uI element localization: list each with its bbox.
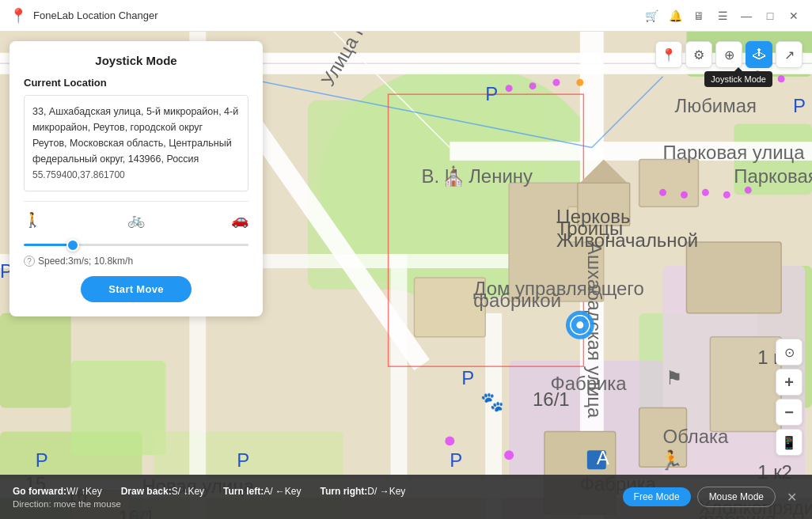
svg-text:Живоначальной: Живоначальной xyxy=(556,229,698,251)
start-move-button[interactable]: Start Move xyxy=(81,276,192,302)
location-pin-tool[interactable]: 📍 xyxy=(655,41,682,68)
svg-point-82 xyxy=(576,321,583,328)
svg-text:P: P xyxy=(450,449,462,471)
speed-label-row: ? Speed:3m/s; 10.8km/h xyxy=(24,256,249,267)
svg-text:16/1: 16/1 xyxy=(533,388,570,410)
svg-point-96 xyxy=(504,450,514,460)
bottom-bar: Go forward:W/ ↑Key Draw back:S/ ↓Key Tur… xyxy=(0,475,812,519)
app-title: FoneLab Location Changer xyxy=(33,9,643,21)
svg-text:P: P xyxy=(36,449,48,471)
car-icon: 🚗 xyxy=(231,211,249,229)
svg-point-92 xyxy=(702,189,709,196)
locate-button[interactable]: ⊙ xyxy=(776,339,803,366)
maximize-icon[interactable]: □ xyxy=(761,7,779,25)
menu-icon[interactable]: ☰ xyxy=(714,7,731,25)
svg-text:фабрикой: фабрикой xyxy=(473,290,561,311)
svg-text:⛪: ⛪ xyxy=(442,165,465,188)
walk-icon: 🚶 xyxy=(24,211,41,229)
svg-rect-34 xyxy=(686,242,781,313)
minimize-icon[interactable]: — xyxy=(738,7,755,25)
address-text: 33, Ашхабадская улица, 5-й микрорайон, 4… xyxy=(32,106,238,165)
right-key-hint: Turn right:D/ →Key xyxy=(321,486,406,497)
svg-point-85 xyxy=(552,79,560,86)
svg-text:P: P xyxy=(793,95,806,116)
close-bottom-icon[interactable]: ✕ xyxy=(784,489,799,505)
tooltip-text: Joystick Mode xyxy=(711,74,766,84)
svg-text:Любимая: Любимая xyxy=(675,95,757,116)
svg-text:🐾: 🐾 xyxy=(480,390,504,413)
coords-text: 55.759400,37.861700 xyxy=(32,169,125,180)
location-label: Current Location xyxy=(24,77,249,89)
back-key-hint: Draw back:S/ ↓Key xyxy=(121,486,204,497)
speed-help-icon[interactable]: ? xyxy=(24,256,35,267)
svg-text:P: P xyxy=(663,32,676,33)
svg-text:🏃: 🏃 xyxy=(659,449,683,472)
speed-slider[interactable] xyxy=(24,244,249,246)
zoom-out-button[interactable]: − xyxy=(776,399,803,426)
speed-slider-container xyxy=(24,235,249,249)
map-area[interactable]: Улица Победы Парковая улица Парковая ули… xyxy=(0,32,812,519)
bell-icon[interactable]: 🔔 xyxy=(666,7,684,25)
export-tool[interactable]: ↗ xyxy=(776,41,803,68)
svg-text:P: P xyxy=(485,83,498,104)
free-mode-button[interactable]: Free Mode xyxy=(623,487,691,506)
svg-point-86 xyxy=(576,79,583,86)
speed-icons-row: 🚶 🚲 🚗 xyxy=(24,211,249,229)
mouse-mode-button[interactable]: Mouse Mode xyxy=(697,487,776,507)
svg-rect-10 xyxy=(0,313,71,408)
joystick-tool[interactable]: 🕹 xyxy=(746,41,772,68)
bike-icon: 🚲 xyxy=(127,211,145,229)
zoom-in-button[interactable]: + xyxy=(776,369,803,396)
svg-text:P: P xyxy=(461,367,474,388)
joystick-tooltip: Joystick Mode xyxy=(704,71,772,87)
svg-text:А: А xyxy=(597,447,609,468)
window-controls: 🛒 🔔 🖥 ☰ — □ ✕ xyxy=(643,7,803,25)
panel-title: Joystick Mode xyxy=(24,54,249,67)
svg-text:Облака: Облака xyxy=(663,426,729,447)
svg-text:Парковая улица: Парковая улица xyxy=(663,142,806,163)
svg-text:В. И. Ленину: В. И. Ленину xyxy=(421,165,533,187)
svg-point-90 xyxy=(659,189,666,196)
map-right-controls: ⊙ + − 📱 xyxy=(776,339,803,456)
divider xyxy=(24,201,249,202)
svg-rect-33 xyxy=(639,159,699,206)
svg-text:⚑: ⚑ xyxy=(666,367,683,388)
svg-point-84 xyxy=(529,82,537,89)
svg-text:Парковая улица: Парковая улица xyxy=(734,165,812,187)
main-area: Улица Победы Парковая улица Парковая ули… xyxy=(0,32,812,519)
mode-buttons: Free Mode Mouse Mode xyxy=(623,487,776,507)
app-logo: 📍 xyxy=(9,7,27,25)
svg-rect-22 xyxy=(391,254,408,491)
svg-point-89 xyxy=(778,75,785,82)
direction-hint: Direction: move the mouse xyxy=(13,499,613,509)
svg-text:P: P xyxy=(237,449,249,471)
key-hints: Go forward:W/ ↑Key Draw back:S/ ↓Key Tur… xyxy=(13,486,613,509)
svg-point-83 xyxy=(506,85,513,92)
left-key-hint: Turn left:A/ ←Key xyxy=(223,486,301,497)
close-icon[interactable]: ✕ xyxy=(785,7,803,25)
map-toolbar: 📍 ⚙ ⊕ 🕹 ↗ xyxy=(655,41,803,68)
forward-key-hint: Go forward:W/ ↑Key xyxy=(13,486,102,497)
key-hints-row1: Go forward:W/ ↑Key Draw back:S/ ↓Key Tur… xyxy=(13,486,613,497)
svg-point-95 xyxy=(445,436,454,445)
titlebar: 📍 FoneLab Location Changer 🛒 🔔 🖥 ☰ — □ ✕ xyxy=(0,0,812,32)
svg-point-94 xyxy=(745,187,752,194)
svg-point-93 xyxy=(723,191,730,199)
cart-icon[interactable]: 🛒 xyxy=(643,7,660,25)
svg-rect-8 xyxy=(71,361,166,456)
speed-text: Speed:3m/s; 10.8km/h xyxy=(38,256,133,267)
joystick-panel: Joystick Mode Current Location 33, Ашхаб… xyxy=(9,41,263,316)
phone-button[interactable]: 📱 xyxy=(776,429,803,456)
settings-tool[interactable]: ⚙ xyxy=(685,41,712,68)
address-box: 33, Ашхабадская улица, 5-й микрорайон, 4… xyxy=(24,95,249,191)
desktop-icon[interactable]: 🖥 xyxy=(690,7,708,25)
share-tool[interactable]: ⊕ xyxy=(715,41,742,68)
svg-point-91 xyxy=(681,191,688,199)
